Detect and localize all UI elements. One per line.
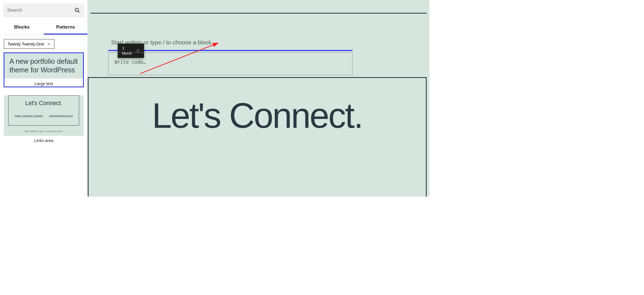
search-input[interactable] [7, 7, 74, 13]
svg-point-2 [137, 49, 137, 50]
category-select-wrap: Twenty Twenty-One [0, 35, 87, 52]
drag-count: 1 [122, 46, 132, 51]
svg-point-3 [139, 49, 139, 50]
search-wrap [0, 0, 87, 21]
editor-canvas[interactable]: Start writing or type / to choose a bloc… [88, 0, 429, 197]
pattern-label: Large text [4, 78, 84, 87]
separator-block[interactable] [90, 13, 427, 14]
search-box[interactable] [3, 3, 84, 17]
search-icon [74, 7, 80, 13]
chevron-down-icon [47, 42, 51, 46]
pattern-large-text-content: A new portfolio default theme for WordPr… [4, 53, 84, 78]
block-appender-prompt[interactable]: Start writing or type / to choose a bloc… [111, 39, 427, 46]
pattern-list: A new portfolio default theme for WordPr… [0, 52, 87, 149]
pattern-label: Links area [4, 136, 84, 143]
svg-point-5 [139, 50, 139, 51]
pattern-category-select[interactable]: Twenty Twenty-One [4, 39, 54, 49]
svg-point-6 [137, 52, 137, 52]
links-area-block[interactable]: Let's Connect. [88, 77, 427, 197]
inserter-tabs: Blocks Patterns [0, 21, 87, 35]
pattern-links-row: Twitter / Instagram / Dribbble example@e… [11, 115, 76, 117]
svg-point-7 [139, 52, 139, 52]
tab-blocks[interactable]: Blocks [0, 21, 44, 34]
pattern-preview: A new portfolio default theme for WordPr… [4, 53, 84, 78]
pattern-links-title: Let's Connect. [11, 100, 76, 107]
pattern-preview: Let's Connect. Twitter / Instagram / Dri… [4, 95, 84, 136]
svg-point-0 [75, 8, 79, 12]
pattern-links-box: Let's Connect. Twitter / Instagram / Dri… [8, 95, 79, 126]
svg-line-1 [78, 11, 79, 12]
tab-patterns[interactable]: Patterns [44, 21, 88, 34]
pattern-social-links: Twitter / Instagram / Dribbble [14, 115, 43, 117]
pattern-inner-placeholder: Start writing or type / to choose a bloc… [4, 130, 84, 136]
pattern-card-large-text[interactable]: A new portfolio default theme for WordPr… [4, 53, 84, 87]
pattern-email: example@example.com [49, 115, 73, 117]
pattern-card-links-area[interactable]: Let's Connect. Twitter / Instagram / Dri… [4, 91, 84, 143]
svg-point-4 [137, 50, 137, 51]
category-select-label: Twenty Twenty-One [7, 42, 44, 46]
insertion-indicator [108, 50, 353, 51]
lets-connect-heading[interactable]: Let's Connect. [89, 98, 426, 133]
inserter-panel: Blocks Patterns Twenty Twenty-One A new … [0, 0, 88, 197]
code-block[interactable]: Write code… [108, 52, 353, 75]
